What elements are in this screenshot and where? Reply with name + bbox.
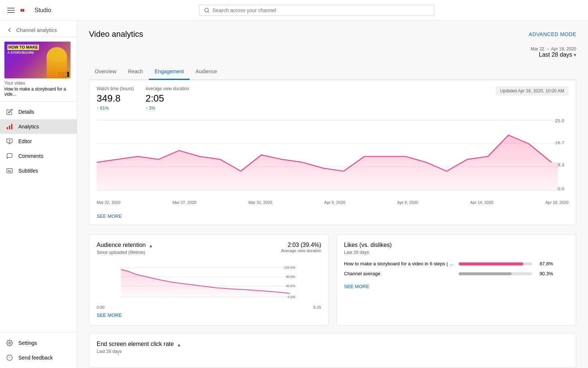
dropdown-arrow-icon: ▾ [574,52,576,58]
tab-audience[interactable]: Audience [190,64,223,80]
stats-top: Watch time (hours) 349.8 ↑ 61% Average v… [89,80,576,111]
svg-text:40.0%: 40.0% [286,284,295,288]
watch-time-stat: Watch time (hours) 349.8 ↑ 61% [97,86,134,111]
watch-time-change: ↑ 61% [97,106,134,111]
main-content: Video analytics ADVANCED MODE Mar 22 → A… [77,21,588,368]
page-header: Video analytics ADVANCED MODE [89,29,576,39]
chart-see-more-button[interactable]: SEE MORE [89,210,576,225]
date-range-selector[interactable]: Mar 22 → Apr 18, 2020 Last 28 days ▾ [531,46,576,58]
sidebar-item-label-analytics: Analytics [18,124,39,130]
likes-see-more-button[interactable]: SEE MORE [344,281,569,289]
sidebar-item-feedback[interactable]: Send feedback [0,350,77,365]
chart-date-1: Mar 27, 2020 [172,200,196,205]
chart-date-2: Mar 31, 2020 [248,200,272,205]
video-label: Your video [4,81,72,86]
svg-text:16.7: 16.7 [555,141,564,145]
tab-overview[interactable]: Overview [89,64,122,80]
retention-see-more-button[interactable]: SEE MORE [97,309,321,318]
svg-rect-6 [11,124,12,130]
date-range-container: Mar 22 → Apr 18, 2020 Last 28 days ▾ [89,46,576,58]
chart-date-0: Mar 22, 2020 [97,200,121,205]
sidebar-item-label-comments: Comments [18,153,43,159]
date-range-detail: Mar 22 → Apr 18, 2020 [531,46,576,52]
analytics-icon [6,123,13,130]
pencil-icon [6,108,13,116]
sidebar-item-label-settings: Settings [18,340,37,346]
thumbnail-text: HOW TO MAKE A STORYBOARD [7,45,39,55]
video-likes-bar [459,262,523,265]
search-input[interactable] [212,7,430,13]
subtitles-icon [6,167,13,174]
channel-likes-bar-container [459,272,532,275]
comments-icon [6,152,13,160]
editor-icon [6,138,13,145]
svg-text:0.0: 0.0 [557,187,564,191]
retention-chart-svg: 120.0% 80.0% 40.0% 0.0% [97,264,321,301]
back-arrow-icon [6,26,13,34]
video-likes-pct: 87.8% [537,261,553,266]
svg-marker-36 [121,269,290,297]
advanced-mode-button[interactable]: ADVANCED MODE [529,31,576,37]
chart-date-4: Apr 9, 2020 [397,200,418,205]
retention-duration-stat: 2:03 (39.4%) [281,242,321,248]
channel-likes-bar [459,272,512,275]
retention-x-end: 5:15 [313,305,321,309]
sidebar-item-label-details: Details [18,109,34,115]
likes-card: Likes (vs. dislikes) Last 28 days How to… [336,234,576,326]
sidebar-item-editor[interactable]: Editor [0,134,77,149]
sidebar-item-settings[interactable]: Settings [0,336,77,350]
svg-text:25.0: 25.0 [555,118,564,123]
end-screen-alert-icon [177,341,183,347]
sidebar-item-subtitles[interactable]: Subtitles [0,163,77,178]
watch-time-chart: 25.0 16.7 8.3 0.0 [97,117,569,198]
search-icon [204,7,209,13]
sidebar-bottom: Settings Send feedback [0,332,77,368]
sidebar-item-details[interactable]: Details [0,105,77,119]
hamburger-button[interactable] [6,6,16,14]
retention-title-group: Audience retention Since uploaded (lifet… [97,242,154,261]
sidebar-item-analytics[interactable]: Analytics [0,119,77,134]
back-nav[interactable]: Channel analytics [0,24,77,37]
likes-card-subtitle: Last 28 days [344,250,569,255]
youtube-icon [21,6,32,14]
tab-engagement[interactable]: Engagement [149,64,190,80]
svg-rect-4 [7,127,8,130]
watch-time-value: 349.8 [97,93,134,104]
video-likes-label: How to make a storyboard for a video in … [344,261,454,266]
date-range-value: Last 28 days [539,52,572,58]
layout: Channel analytics HOW TO MAKE A STORYBOA… [0,21,588,368]
watch-time-label: Watch time (hours) [97,86,134,91]
video-thumbnail[interactable]: HOW TO MAKE A STORYBOARD 5:15 [4,42,71,78]
end-screen-card: End screen element click rate Last 28 da… [89,333,576,368]
retention-x-start: 0:00 [97,305,104,309]
sidebar-item-comments[interactable]: Comments [0,149,77,163]
topbar-left: Studio [6,6,51,14]
sidebar: Channel analytics HOW TO MAKE A STORYBOA… [0,21,77,368]
page-title: Video analytics [89,29,143,39]
audience-retention-card: Audience retention Since uploaded (lifet… [89,234,329,326]
settings-icon [6,339,13,347]
topbar-search [51,5,582,16]
svg-text:80.0%: 80.0% [286,275,295,279]
avg-duration-change: ↑ 3% [146,106,189,111]
studio-label: Studio [35,7,51,14]
svg-text:8.3: 8.3 [557,163,564,167]
retention-stats-right: 2:03 (39.4%) Average view duration [281,242,321,253]
video-likes-row: How to make a storyboard for a video in … [344,261,569,266]
svg-line-3 [208,11,209,12]
channel-likes-label: Channel average [344,271,454,276]
tab-reach[interactable]: Reach [122,64,148,80]
feedback-icon [6,354,13,361]
sidebar-item-label-subtitles: Subtitles [18,168,38,174]
updated-badge: Updated Apr 18, 2020, 10:00 AM [496,86,569,96]
video-title: How to make a storyboard for a vide... [4,86,72,97]
logo[interactable]: Studio [21,6,51,14]
back-label: Channel analytics [16,27,57,33]
chart-date-5: Apr 14, 2020 [470,200,493,205]
chart-dates: Mar 22, 2020 Mar 27, 2020 Mar 31, 2020 A… [89,199,576,210]
channel-likes-pct: 90.3% [537,271,553,276]
topbar: Studio [0,0,588,21]
retention-card-title: Audience retention [97,242,154,248]
search-box[interactable] [199,5,434,16]
retention-chart: 120.0% 80.0% 40.0% 0.0% [97,264,321,301]
